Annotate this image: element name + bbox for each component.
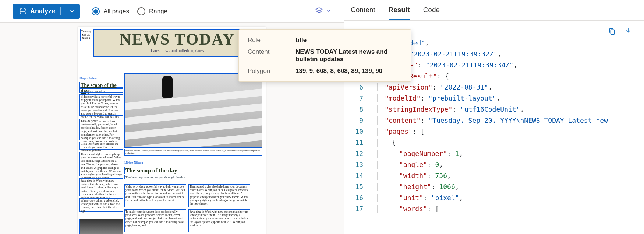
- chevron-down-icon: [326, 8, 331, 14]
- button-separator: [60, 7, 61, 15]
- hero-image: [124, 73, 262, 148]
- para2: To make your document look professionall…: [79, 119, 123, 140]
- tab-content[interactable]: Content: [351, 6, 375, 20]
- para3: Click Insert and then choose the element…: [79, 142, 123, 150]
- copy-button[interactable]: [608, 27, 616, 35]
- radio-icon-selected: [92, 7, 100, 15]
- radio-all-label: All pages: [103, 8, 129, 15]
- col-b: Themes and styles also help keep your do…: [188, 184, 250, 207]
- result-tabs: Content Result Code: [344, 0, 644, 21]
- toolbar: Analyze All pages Range: [0, 0, 344, 23]
- author-label-1: Mirjam Nilsson: [79, 77, 98, 80]
- download-button[interactable]: [624, 27, 632, 35]
- tab-code[interactable]: Code: [423, 6, 440, 20]
- news-title-text: NEWS TODAY: [94, 30, 260, 48]
- tab-result[interactable]: Result: [389, 6, 410, 20]
- image-caption: Picture Caption: To make your document l…: [124, 149, 262, 156]
- radio-all-pages[interactable]: All pages: [92, 7, 129, 15]
- radio-range[interactable]: Range: [137, 7, 167, 15]
- tooltip-polygon-val: 139, 9, 608, 8, 608, 89, 139, 90: [296, 67, 402, 75]
- scoop-heading-block: The scoop of the day: [79, 82, 123, 88]
- svg-rect-0: [20, 11, 25, 12]
- para5: Save time in Word with new buttons that …: [79, 178, 123, 196]
- radio-icon: [137, 7, 145, 15]
- scoop2-sub: The latest updates to get you through th…: [124, 175, 209, 179]
- document-preview-pane: Analyze All pages Range: [0, 0, 344, 234]
- document-page: Tuesday Sep 20 XXXX NEWS TODAY Latest ne…: [78, 27, 266, 234]
- tooltip-content-val: NEWS TODAY Latest news and bulletin upda…: [296, 48, 402, 63]
- analyze-button[interactable]: Analyze: [13, 4, 80, 19]
- lower-image: [79, 219, 123, 234]
- col-a: Video provides a powerful way to help yo…: [124, 184, 186, 207]
- para1: Video provides a powerful way to help yo…: [79, 94, 123, 116]
- layers-dropdown[interactable]: [315, 7, 331, 16]
- scoop-sub-block: The latest updates: [79, 88, 123, 93]
- col-d: Save time in Word with new buttons that …: [188, 209, 250, 232]
- title-block: NEWS TODAY Latest news and bulletin upda…: [93, 29, 261, 57]
- page-range-radio-group: All pages Range: [92, 7, 167, 15]
- tooltip-content-key: Content: [248, 48, 296, 63]
- scoop2-heading: The scoop of the day: [124, 167, 209, 174]
- radio-range-label: Range: [149, 8, 167, 15]
- author-label-2: Mirjam Nilsson: [124, 161, 143, 164]
- col-c: To make your document look professionall…: [124, 209, 186, 232]
- tooltip-role-key: Role: [248, 36, 296, 44]
- news-subtitle: Latest news and bulletin updates: [94, 48, 260, 53]
- analyze-dropdown-caret[interactable]: [64, 4, 80, 19]
- tooltip-polygon-key: Polygon: [248, 67, 296, 75]
- bounding-box-tooltip: Role title Content NEWS TODAY Latest new…: [238, 29, 411, 82]
- svg-rect-1: [611, 30, 614, 34]
- para6: When you work on a table, click where yo…: [79, 198, 123, 212]
- layers-icon: [315, 7, 323, 16]
- para4: Themes and styles also help keep your do…: [79, 152, 123, 176]
- scan-icon: [19, 8, 26, 15]
- tooltip-role-val: title: [296, 36, 402, 44]
- analyze-label: Analyze: [30, 7, 55, 15]
- date-block: Tuesday Sep 20 XXXX: [80, 29, 92, 41]
